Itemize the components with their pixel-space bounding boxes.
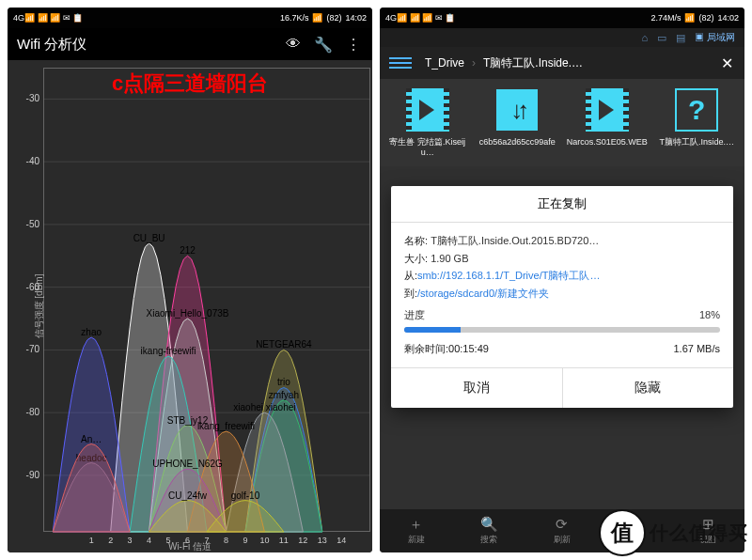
svg-text:ikang-freewifi: ikang-freewifi	[141, 346, 196, 356]
net-speed: 16.7K/s	[280, 13, 309, 23]
svg-text:-70: -70	[26, 344, 40, 354]
app-title: Wifi 分析仪	[17, 36, 273, 54]
hide-button[interactable]: 隐藏	[563, 368, 734, 408]
file-label: T脑特工队.Inside.…	[659, 137, 734, 148]
svg-text:212: 212	[180, 245, 196, 256]
svg-text:NETGEAR64: NETGEAR64	[256, 339, 312, 350]
svg-text:11: 11	[279, 536, 289, 545]
video-icon	[586, 88, 629, 132]
svg-text:-50: -50	[26, 219, 40, 229]
clock: 14:02	[345, 13, 367, 23]
carrier-label: 4G📶 📶 📶 ✉ 📋	[13, 13, 83, 23]
visibility-icon[interactable]: 👁	[284, 35, 303, 54]
cancel-button[interactable]: 取消	[391, 368, 563, 408]
svg-text:trio: trio	[277, 377, 290, 387]
phone-file-explorer: 4G📶 📶 📶 ✉ 📋 2.74M/s 📶 (82) 14:02 ⌂ ▭ ▤ ▣…	[380, 8, 744, 552]
nav-icon: ⟳	[556, 517, 568, 531]
file-item[interactable]: ?T脑特工队.Inside.…	[653, 85, 742, 161]
svg-text:3: 3	[128, 536, 133, 545]
svg-text:-90: -90	[26, 470, 40, 480]
stack-icon[interactable]: ▤	[676, 32, 685, 44]
file-label: 寄生兽 完结篇.Kiseiju…	[385, 137, 470, 159]
svg-text:6: 6	[185, 536, 190, 545]
watermark-badge: 值	[599, 509, 646, 556]
svg-text:CU_24fw: CU_24fw	[168, 490, 208, 501]
clock: 14:02	[717, 13, 739, 23]
nav-label: 刷新	[554, 534, 571, 546]
dialog-title: 正在复制	[391, 186, 733, 223]
file-grid: 寄生兽 完结篇.Kiseiju…↓↑c6b56a2d65cc99afeNarco…	[380, 79, 744, 166]
status-bar: 4G📶 📶 📶 ✉ 📋 2.74M/s 📶 (82) 14:02	[380, 8, 744, 28]
file-label: Narcos.S01E05.WEB	[567, 137, 648, 148]
nav-icon: ＋	[409, 517, 423, 531]
file-item[interactable]: Narcos.S01E05.WEB	[563, 85, 651, 161]
svg-text:5: 5	[166, 536, 171, 545]
svg-text:9: 9	[243, 536, 247, 545]
home-icon[interactable]: ⌂	[642, 32, 649, 43]
svg-text:zhao: zhao	[81, 327, 102, 337]
svg-text:zmfyah: zmfyah	[269, 390, 299, 400]
svg-text:-60: -60	[26, 282, 40, 292]
nav-label: 搜索	[480, 534, 497, 546]
transfer-icon: ↓↑	[496, 89, 538, 131]
svg-text:2: 2	[108, 536, 113, 545]
wifi-signal-chart[interactable]: c点隔三道墙阳台 信号强度 [dBm] Wi-Fi 信道 -30-40-50-6…	[8, 60, 372, 552]
settings-icon[interactable]: 🔧	[314, 35, 333, 54]
breadcrumb-seg-1[interactable]: T_Drive	[417, 56, 472, 70]
file-label: c6b56a2d65cc99afe	[479, 137, 556, 148]
phone-wifi-analyzer: 4G📶 📶 📶 ✉ 📋 16.7K/s 📶 (82) 14:02 Wifi 分析…	[8, 8, 372, 552]
more-icon[interactable]: ⋮	[344, 35, 363, 54]
menu-icon[interactable]	[389, 52, 412, 74]
svg-text:12: 12	[298, 536, 307, 545]
svg-text:golf-10: golf-10	[231, 490, 260, 501]
nav-icon: 🔍	[480, 517, 498, 531]
location-bar: ⌂ ▭ ▤ ▣ 局域网	[380, 28, 744, 47]
svg-text:-30: -30	[26, 93, 40, 103]
transfer-rate: 1.67 MB/s	[673, 340, 720, 358]
svg-text:10: 10	[259, 536, 269, 545]
progress-pct: 18%	[699, 306, 720, 324]
svg-text:ikang_freewifi: ikang_freewifi	[197, 421, 255, 431]
battery: (82)	[326, 13, 341, 23]
svg-text:7: 7	[204, 536, 209, 545]
status-bar: 4G📶 📶 📶 ✉ 📋 16.7K/s 📶 (82) 14:02	[8, 8, 372, 28]
breadcrumb: T_Drive › T脑特工队.Inside.… ✕	[380, 47, 744, 79]
copy-to: /storage/sdcard0/新建文件夹	[417, 288, 549, 299]
svg-text:13: 13	[318, 536, 327, 545]
progress-label: 进度	[404, 306, 425, 324]
close-icon[interactable]: ✕	[713, 54, 741, 72]
svg-text:1: 1	[89, 536, 94, 545]
svg-text:UPHONE_N62G: UPHONE_N62G	[152, 459, 223, 469]
unknown-icon: ?	[675, 88, 718, 132]
svg-text:4: 4	[147, 536, 151, 545]
net-speed: 2.74M/s	[650, 13, 681, 23]
watermark-text: 什么值得买	[650, 521, 748, 546]
copy-from: smb://192.168.1.1/T_Drive/T脑特工队…	[417, 270, 600, 281]
sd-icon[interactable]: ▭	[657, 32, 666, 44]
remain-time: 00:15:49	[448, 343, 489, 354]
svg-text:CU_BU: CU_BU	[133, 233, 165, 243]
svg-text:8: 8	[224, 536, 228, 545]
nav-label: 新建	[408, 534, 425, 546]
app-bar: Wifi 分析仪 👁 🔧 ⋮	[8, 28, 372, 60]
copy-dialog: 正在复制 名称: T脑特工队.Inside.Out.2015.BD720… 大小…	[391, 186, 733, 408]
nav-新建[interactable]: ＋新建	[380, 509, 453, 552]
svg-text:-80: -80	[26, 407, 40, 417]
svg-text:-40: -40	[26, 156, 40, 166]
file-item[interactable]: 寄生兽 完结篇.Kiseiju…	[384, 85, 472, 161]
progress-bar	[404, 327, 720, 333]
chart-annotation: c点隔三道墙阳台	[112, 70, 268, 98]
lan-icon[interactable]: ▣ 局域网	[695, 31, 735, 44]
svg-text:Xiaomi_Hello_073B: Xiaomi_Hello_073B	[147, 308, 229, 319]
breadcrumb-seg-2[interactable]: T脑特工队.Inside.…	[476, 55, 713, 71]
nav-刷新[interactable]: ⟳刷新	[525, 509, 599, 552]
watermark: 值 什么值得买	[599, 509, 748, 556]
nav-搜索[interactable]: 🔍搜索	[453, 509, 526, 552]
video-icon	[406, 88, 449, 132]
copy-name: T脑特工队.Inside.Out.2015.BD720…	[431, 235, 599, 246]
copy-size: 1.90 GB	[431, 253, 468, 264]
file-item[interactable]: ↓↑c6b56a2d65cc99afe	[474, 85, 562, 161]
svg-text:14: 14	[337, 536, 346, 545]
chart-svg: -30-40-50-60-70-80-901234567891011121314…	[8, 60, 372, 552]
battery: (82)	[698, 13, 713, 23]
